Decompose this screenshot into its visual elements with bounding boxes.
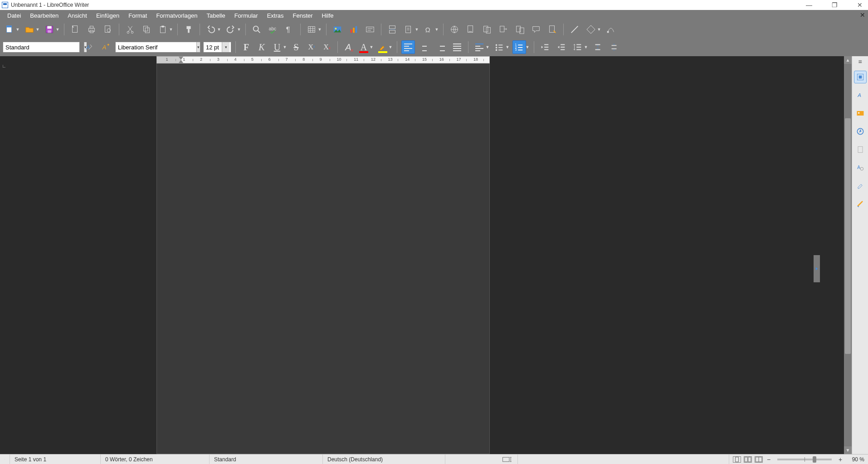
menu-format[interactable]: Format <box>124 11 151 20</box>
single-page-view-button[interactable] <box>733 456 741 463</box>
comment-button[interactable] <box>529 23 543 36</box>
scroll-track[interactable] <box>844 64 852 446</box>
book-view-button[interactable] <box>755 456 763 463</box>
menu-hilfe[interactable]: Hilfe <box>317 11 338 20</box>
paragraph-style-input[interactable] <box>3 42 84 52</box>
export-pdf-button[interactable] <box>68 23 82 36</box>
formatting-marks-button[interactable]: ¶ <box>283 23 296 36</box>
zoom-in-button[interactable]: + <box>837 456 844 463</box>
italic-button[interactable]: K <box>255 40 268 54</box>
page-break-button[interactable] <box>385 23 399 36</box>
zoom-value[interactable]: 90 % <box>846 456 864 463</box>
sidebar-page-icon[interactable] <box>854 143 867 156</box>
status-page-style[interactable]: Standard <box>210 454 323 464</box>
line-spacing-button[interactable] <box>571 40 585 54</box>
minimize-button[interactable]: — <box>803 1 815 9</box>
scroll-down-button[interactable]: ▼ <box>844 446 852 454</box>
print-preview-button[interactable] <box>101 23 115 36</box>
align-left-button[interactable] <box>401 40 415 54</box>
font-size-combo[interactable]: ▾ <box>203 42 231 53</box>
print-button[interactable] <box>85 23 98 36</box>
spellcheck-button[interactable]: abc <box>266 23 280 36</box>
scroll-up-button[interactable]: ▲ <box>844 56 852 64</box>
close-document-icon[interactable]: ✕ <box>860 11 865 19</box>
update-style-button[interactable]: A <box>83 40 96 54</box>
vertical-scrollbar[interactable]: ▲ ▼ <box>844 56 852 454</box>
increase-para-spacing-button[interactable] <box>591 40 605 54</box>
new-style-button[interactable]: A✦ <box>99 40 112 54</box>
draw-functions-button[interactable] <box>604 23 618 36</box>
sidebar-style-inspector-icon[interactable]: A <box>854 161 867 174</box>
menu-datei[interactable]: Datei <box>3 11 25 20</box>
sidebar-accessibility-icon[interactable] <box>854 198 867 210</box>
sidebar-collapse-handle[interactable] <box>814 255 820 282</box>
bookmark-button[interactable] <box>480 23 494 36</box>
undo-button[interactable] <box>204 23 218 36</box>
font-name-combo[interactable]: ▾ <box>115 42 200 53</box>
status-wordcount[interactable]: 0 Wörter, 0 Zeichen <box>101 454 210 464</box>
find-replace-button[interactable] <box>250 23 263 36</box>
underline-dropdown[interactable]: ▼ <box>283 45 287 49</box>
page-canvas[interactable] <box>156 63 490 454</box>
multi-page-view-button[interactable] <box>744 456 752 463</box>
maximize-button[interactable]: ❐ <box>828 1 841 9</box>
status-page[interactable]: Seite 1 von 1 <box>10 454 101 464</box>
bold-button[interactable]: F <box>240 40 253 54</box>
underline-button[interactable]: U <box>271 40 283 54</box>
document-area[interactable]: ∟ 1123456789101112131415161718 <box>0 56 844 454</box>
line-button[interactable] <box>568 23 581 36</box>
decrease-indent-button[interactable] <box>555 40 568 54</box>
sidebar-navigator-icon[interactable] <box>854 125 867 138</box>
redo-button[interactable] <box>224 23 238 36</box>
number-list-button[interactable]: 123 <box>512 40 526 54</box>
font-size-dropdown[interactable]: ▾ <box>222 42 229 52</box>
hyperlink-button[interactable] <box>448 23 461 36</box>
close-button[interactable]: ✕ <box>853 1 866 9</box>
bullet-list-button[interactable] <box>493 40 506 54</box>
open-button[interactable] <box>23 23 36 36</box>
font-name-dropdown[interactable]: ▾ <box>196 42 200 52</box>
footnote-button[interactable] <box>464 23 478 36</box>
menu-extras[interactable]: Extras <box>263 11 288 20</box>
insert-image-button[interactable] <box>331 23 344 36</box>
sidebar-styles-icon[interactable]: A <box>854 89 867 102</box>
font-name-input[interactable] <box>116 42 196 52</box>
menu-einfuegen[interactable]: Einfügen <box>92 11 124 20</box>
zoom-slider-knob[interactable] <box>813 456 816 463</box>
save-button[interactable] <box>43 23 56 36</box>
menu-fenster[interactable]: Fenster <box>288 11 317 20</box>
align-right-button[interactable] <box>434 40 448 54</box>
align-center-button[interactable] <box>418 40 431 54</box>
outline-button[interactable] <box>473 40 486 54</box>
save-status-icon[interactable] <box>0 454 10 464</box>
paste-button[interactable] <box>156 23 170 36</box>
sidebar-gallery-icon[interactable] <box>854 107 867 120</box>
zoom-out-button[interactable]: − <box>766 456 772 463</box>
insert-chart-button[interactable] <box>347 23 361 36</box>
clone-formatting-button[interactable] <box>182 23 195 36</box>
track-changes-button[interactable] <box>513 23 527 36</box>
sidebar-menu-icon[interactable]: ≡ <box>858 58 862 65</box>
menu-formular[interactable]: Formular <box>230 11 263 20</box>
zoom-slider[interactable] <box>777 459 832 460</box>
sidebar-manage-changes-icon[interactable] <box>854 179 867 192</box>
menu-bearbeiten[interactable]: Bearbeiten <box>25 11 63 20</box>
special-char-button[interactable]: Ω <box>422 23 435 36</box>
horizontal-ruler[interactable]: 1123456789101112131415161718 <box>156 56 490 63</box>
menu-ansicht[interactable]: Ansicht <box>63 11 92 20</box>
increase-indent-button[interactable] <box>538 40 552 54</box>
superscript-button[interactable]: X² <box>305 40 318 54</box>
insert-textbox-button[interactable] <box>363 23 377 36</box>
status-language[interactable]: Deutsch (Deutschland) <box>323 454 445 464</box>
menu-formatvorlagen[interactable]: Formatvorlagen <box>151 11 202 20</box>
subscript-button[interactable]: X₂ <box>321 40 333 54</box>
highlight-button[interactable] <box>376 40 389 54</box>
status-selection-mode[interactable] <box>518 454 729 464</box>
basic-shapes-button[interactable] <box>584 23 598 36</box>
cross-reference-button[interactable] <box>497 23 510 36</box>
insert-field-button[interactable] <box>402 23 415 36</box>
insert-table-button[interactable] <box>305 23 318 36</box>
font-size-input[interactable] <box>204 42 222 52</box>
scroll-thumb[interactable] <box>845 118 851 354</box>
decrease-para-spacing-button[interactable] <box>607 40 621 54</box>
